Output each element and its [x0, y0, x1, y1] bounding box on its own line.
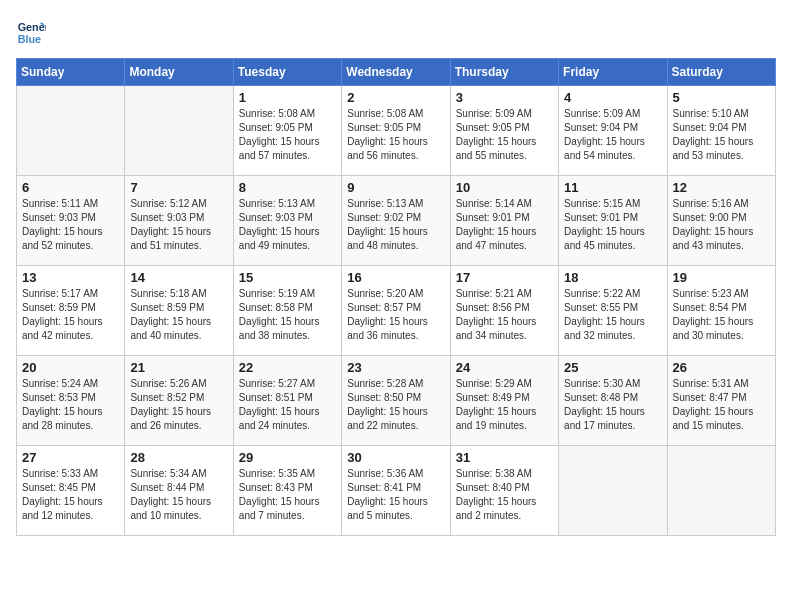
calendar-cell: 10Sunrise: 5:14 AM Sunset: 9:01 PM Dayli… — [450, 176, 558, 266]
calendar-cell — [17, 86, 125, 176]
day-info: Sunrise: 5:19 AM Sunset: 8:58 PM Dayligh… — [239, 287, 336, 343]
calendar-cell: 27Sunrise: 5:33 AM Sunset: 8:45 PM Dayli… — [17, 446, 125, 536]
day-info: Sunrise: 5:16 AM Sunset: 9:00 PM Dayligh… — [673, 197, 770, 253]
day-number: 19 — [673, 270, 770, 285]
calendar-header-monday: Monday — [125, 59, 233, 86]
calendar-cell: 23Sunrise: 5:28 AM Sunset: 8:50 PM Dayli… — [342, 356, 450, 446]
day-info: Sunrise: 5:33 AM Sunset: 8:45 PM Dayligh… — [22, 467, 119, 523]
calendar-cell: 29Sunrise: 5:35 AM Sunset: 8:43 PM Dayli… — [233, 446, 341, 536]
day-number: 8 — [239, 180, 336, 195]
day-info: Sunrise: 5:36 AM Sunset: 8:41 PM Dayligh… — [347, 467, 444, 523]
day-number: 29 — [239, 450, 336, 465]
svg-text:Blue: Blue — [18, 33, 41, 45]
calendar-header-saturday: Saturday — [667, 59, 775, 86]
calendar-cell: 31Sunrise: 5:38 AM Sunset: 8:40 PM Dayli… — [450, 446, 558, 536]
calendar-cell: 28Sunrise: 5:34 AM Sunset: 8:44 PM Dayli… — [125, 446, 233, 536]
calendar-header-sunday: Sunday — [17, 59, 125, 86]
day-info: Sunrise: 5:13 AM Sunset: 9:03 PM Dayligh… — [239, 197, 336, 253]
calendar-cell: 15Sunrise: 5:19 AM Sunset: 8:58 PM Dayli… — [233, 266, 341, 356]
day-number: 13 — [22, 270, 119, 285]
day-info: Sunrise: 5:21 AM Sunset: 8:56 PM Dayligh… — [456, 287, 553, 343]
day-number: 4 — [564, 90, 661, 105]
day-info: Sunrise: 5:08 AM Sunset: 9:05 PM Dayligh… — [239, 107, 336, 163]
day-number: 12 — [673, 180, 770, 195]
calendar-week-row: 20Sunrise: 5:24 AM Sunset: 8:53 PM Dayli… — [17, 356, 776, 446]
day-number: 21 — [130, 360, 227, 375]
day-number: 27 — [22, 450, 119, 465]
calendar-cell: 14Sunrise: 5:18 AM Sunset: 8:59 PM Dayli… — [125, 266, 233, 356]
day-number: 18 — [564, 270, 661, 285]
day-number: 11 — [564, 180, 661, 195]
day-number: 24 — [456, 360, 553, 375]
day-info: Sunrise: 5:28 AM Sunset: 8:50 PM Dayligh… — [347, 377, 444, 433]
day-info: Sunrise: 5:27 AM Sunset: 8:51 PM Dayligh… — [239, 377, 336, 433]
day-info: Sunrise: 5:17 AM Sunset: 8:59 PM Dayligh… — [22, 287, 119, 343]
day-number: 14 — [130, 270, 227, 285]
day-number: 1 — [239, 90, 336, 105]
calendar-cell: 30Sunrise: 5:36 AM Sunset: 8:41 PM Dayli… — [342, 446, 450, 536]
day-info: Sunrise: 5:12 AM Sunset: 9:03 PM Dayligh… — [130, 197, 227, 253]
calendar-header-wednesday: Wednesday — [342, 59, 450, 86]
day-number: 2 — [347, 90, 444, 105]
calendar-table: SundayMondayTuesdayWednesdayThursdayFrid… — [16, 58, 776, 536]
day-info: Sunrise: 5:20 AM Sunset: 8:57 PM Dayligh… — [347, 287, 444, 343]
day-info: Sunrise: 5:18 AM Sunset: 8:59 PM Dayligh… — [130, 287, 227, 343]
day-info: Sunrise: 5:38 AM Sunset: 8:40 PM Dayligh… — [456, 467, 553, 523]
calendar-cell: 21Sunrise: 5:26 AM Sunset: 8:52 PM Dayli… — [125, 356, 233, 446]
day-number: 10 — [456, 180, 553, 195]
day-number: 5 — [673, 90, 770, 105]
calendar-header-tuesday: Tuesday — [233, 59, 341, 86]
day-info: Sunrise: 5:22 AM Sunset: 8:55 PM Dayligh… — [564, 287, 661, 343]
day-info: Sunrise: 5:30 AM Sunset: 8:48 PM Dayligh… — [564, 377, 661, 433]
calendar-cell: 13Sunrise: 5:17 AM Sunset: 8:59 PM Dayli… — [17, 266, 125, 356]
calendar-cell — [667, 446, 775, 536]
day-info: Sunrise: 5:08 AM Sunset: 9:05 PM Dayligh… — [347, 107, 444, 163]
header: General Blue — [16, 16, 776, 46]
day-info: Sunrise: 5:23 AM Sunset: 8:54 PM Dayligh… — [673, 287, 770, 343]
day-number: 28 — [130, 450, 227, 465]
calendar-cell: 26Sunrise: 5:31 AM Sunset: 8:47 PM Dayli… — [667, 356, 775, 446]
day-number: 16 — [347, 270, 444, 285]
day-info: Sunrise: 5:26 AM Sunset: 8:52 PM Dayligh… — [130, 377, 227, 433]
calendar-body: 1Sunrise: 5:08 AM Sunset: 9:05 PM Daylig… — [17, 86, 776, 536]
day-number: 22 — [239, 360, 336, 375]
day-number: 3 — [456, 90, 553, 105]
calendar-cell: 4Sunrise: 5:09 AM Sunset: 9:04 PM Daylig… — [559, 86, 667, 176]
day-number: 25 — [564, 360, 661, 375]
calendar-cell: 7Sunrise: 5:12 AM Sunset: 9:03 PM Daylig… — [125, 176, 233, 266]
calendar-cell: 9Sunrise: 5:13 AM Sunset: 9:02 PM Daylig… — [342, 176, 450, 266]
calendar-cell: 11Sunrise: 5:15 AM Sunset: 9:01 PM Dayli… — [559, 176, 667, 266]
calendar-cell: 1Sunrise: 5:08 AM Sunset: 9:05 PM Daylig… — [233, 86, 341, 176]
calendar-cell: 8Sunrise: 5:13 AM Sunset: 9:03 PM Daylig… — [233, 176, 341, 266]
day-info: Sunrise: 5:35 AM Sunset: 8:43 PM Dayligh… — [239, 467, 336, 523]
calendar-cell: 17Sunrise: 5:21 AM Sunset: 8:56 PM Dayli… — [450, 266, 558, 356]
day-info: Sunrise: 5:15 AM Sunset: 9:01 PM Dayligh… — [564, 197, 661, 253]
day-number: 31 — [456, 450, 553, 465]
day-number: 23 — [347, 360, 444, 375]
calendar-week-row: 6Sunrise: 5:11 AM Sunset: 9:03 PM Daylig… — [17, 176, 776, 266]
day-info: Sunrise: 5:14 AM Sunset: 9:01 PM Dayligh… — [456, 197, 553, 253]
calendar-cell: 6Sunrise: 5:11 AM Sunset: 9:03 PM Daylig… — [17, 176, 125, 266]
day-info: Sunrise: 5:31 AM Sunset: 8:47 PM Dayligh… — [673, 377, 770, 433]
calendar-header-friday: Friday — [559, 59, 667, 86]
day-number: 7 — [130, 180, 227, 195]
day-number: 15 — [239, 270, 336, 285]
calendar-cell: 5Sunrise: 5:10 AM Sunset: 9:04 PM Daylig… — [667, 86, 775, 176]
calendar-week-row: 13Sunrise: 5:17 AM Sunset: 8:59 PM Dayli… — [17, 266, 776, 356]
day-number: 30 — [347, 450, 444, 465]
calendar-cell: 16Sunrise: 5:20 AM Sunset: 8:57 PM Dayli… — [342, 266, 450, 356]
calendar-cell: 12Sunrise: 5:16 AM Sunset: 9:00 PM Dayli… — [667, 176, 775, 266]
calendar-cell — [125, 86, 233, 176]
calendar-header-row: SundayMondayTuesdayWednesdayThursdayFrid… — [17, 59, 776, 86]
calendar-cell: 19Sunrise: 5:23 AM Sunset: 8:54 PM Dayli… — [667, 266, 775, 356]
calendar-week-row: 27Sunrise: 5:33 AM Sunset: 8:45 PM Dayli… — [17, 446, 776, 536]
calendar-cell: 2Sunrise: 5:08 AM Sunset: 9:05 PM Daylig… — [342, 86, 450, 176]
day-info: Sunrise: 5:13 AM Sunset: 9:02 PM Dayligh… — [347, 197, 444, 253]
day-number: 26 — [673, 360, 770, 375]
logo: General Blue — [16, 16, 50, 46]
calendar-cell: 25Sunrise: 5:30 AM Sunset: 8:48 PM Dayli… — [559, 356, 667, 446]
day-info: Sunrise: 5:09 AM Sunset: 9:05 PM Dayligh… — [456, 107, 553, 163]
calendar-week-row: 1Sunrise: 5:08 AM Sunset: 9:05 PM Daylig… — [17, 86, 776, 176]
calendar-header-thursday: Thursday — [450, 59, 558, 86]
calendar-cell: 24Sunrise: 5:29 AM Sunset: 8:49 PM Dayli… — [450, 356, 558, 446]
